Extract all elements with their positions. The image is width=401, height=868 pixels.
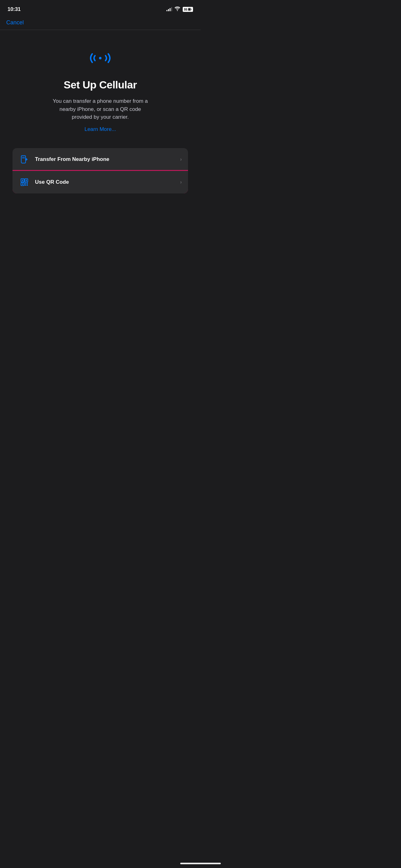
transfer-nearby-label: Transfer From Nearby iPhone [35,156,180,162]
svg-rect-2 [191,9,192,10]
status-bar: 10:31 86 [0,0,201,17]
main-content: Set Up Cellular You can transfer a phone… [0,30,201,206]
svg-rect-16 [27,184,28,186]
wifi-icon [175,6,180,12]
learn-more-link[interactable]: Learn More... [84,126,116,132]
svg-rect-1 [188,8,191,11]
status-time: 10:31 [7,6,21,12]
svg-rect-15 [25,184,26,186]
use-qr-code-option[interactable]: Use QR Code › [12,171,188,193]
svg-rect-14 [27,183,28,184]
transfer-nearby-chevron: › [180,157,182,162]
phone-transfer-icon [19,154,30,165]
svg-rect-10 [26,180,27,181]
svg-rect-13 [25,183,26,184]
use-qr-code-chevron: › [180,179,182,185]
page-description: You can transfer a phone number from a n… [50,97,150,121]
svg-rect-4 [21,156,26,163]
options-list: Transfer From Nearby iPhone › [12,148,188,193]
signal-bars-icon [166,7,172,11]
transfer-nearby-option[interactable]: Transfer From Nearby iPhone › [12,148,188,171]
page-title: Set Up Cellular [64,79,137,91]
nav-bar: Cancel [0,17,201,30]
use-qr-code-label: Use QR Code [35,179,180,185]
qr-code-icon [19,177,30,188]
status-icons: 86 [166,6,193,12]
svg-rect-12 [22,183,23,185]
svg-point-3 [99,57,101,59]
battery-indicator: 86 [183,7,193,12]
cancel-button[interactable]: Cancel [6,19,24,26]
svg-rect-8 [22,180,23,181]
cellular-signal-icon [88,49,113,69]
